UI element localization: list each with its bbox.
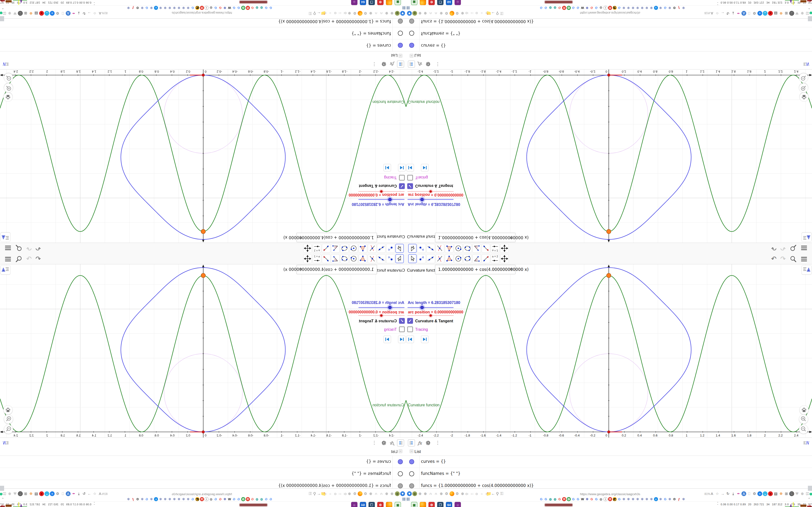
flower-favicon[interactable]: ✾	[631, 6, 635, 10]
flower-favicon[interactable]: ✾	[163, 6, 167, 10]
tool-perpendicular-line[interactable]	[368, 244, 376, 253]
leaf-favicon[interactable]: ✿	[567, 497, 571, 501]
step-back-button[interactable]	[398, 164, 406, 171]
google-favicon[interactable]: G	[663, 497, 667, 501]
bookmarks-overflow-chevron[interactable]: ⌃	[808, 497, 811, 501]
flower-favicon[interactable]: ✾	[140, 497, 144, 501]
algebra-fx-button[interactable]: ƒx	[416, 439, 423, 446]
flower-favicon[interactable]: ✾	[631, 497, 635, 501]
proxy-arc-icon[interactable]: ∩	[428, 491, 433, 496]
globe-puzzle-icon[interactable]: ☸	[29, 11, 33, 16]
firefox-icon[interactable]	[450, 491, 454, 496]
forward-icon[interactable]: →	[87, 491, 92, 496]
algebra-row-funcs[interactable]: funcs = {1.000000000000 + cos(4.00000000…	[0, 18, 406, 27]
gear-favicon[interactable]: ⚙	[136, 497, 140, 501]
download-icon[interactable]: ⤓	[77, 491, 81, 496]
home-button[interactable]	[3, 405, 12, 414]
graphics-view[interactable]: -2.4-2.2-2-1.8-1.6-1.4-1.2-1-0.8-0.6-0.4…	[406, 264, 812, 438]
back-icon[interactable]: ←	[491, 491, 495, 496]
google-favicon[interactable]: G	[218, 6, 222, 10]
google-favicon[interactable]: G	[571, 497, 575, 501]
mouse-icon[interactable]: ⎕	[60, 11, 65, 16]
swirl-favicon[interactable]: ◍	[260, 497, 264, 501]
lock-icon[interactable]: ⚿	[500, 11, 503, 16]
info-favicon[interactable]: i	[603, 497, 608, 501]
flower-favicon[interactable]: ✾	[186, 6, 190, 10]
bookmarks-overflow-chevron[interactable]: ⌃	[808, 6, 811, 10]
folder-icon[interactable]: 📁	[321, 11, 326, 16]
flower-favicon[interactable]: ✾	[636, 497, 640, 501]
gear-icon[interactable]: ⚙	[55, 11, 60, 16]
translate-blue-icon[interactable]: A	[66, 11, 70, 16]
proxy-arc-icon[interactable]: ∩	[434, 11, 439, 16]
tool-polygon[interactable]	[359, 244, 367, 253]
algebra-row-curves[interactable]: curves = {}	[406, 39, 812, 51]
globe-puzzle-icon[interactable]: ☸	[29, 491, 33, 496]
flower-favicon[interactable]: ✾	[223, 6, 227, 10]
tool-circle-with-center[interactable]	[454, 254, 463, 263]
arc-length-slider[interactable]	[407, 199, 454, 200]
flower-favicon[interactable]: ✾	[668, 6, 672, 10]
lock-icon[interactable]: ⚿	[500, 491, 503, 496]
collapse-group-button[interactable]: −	[399, 54, 402, 58]
tool-polygon[interactable]	[445, 244, 453, 253]
flower-favicon[interactable]: ✾	[172, 6, 176, 10]
gear-icon[interactable]: ⚙	[352, 491, 357, 496]
flower-favicon[interactable]: ✾	[636, 6, 640, 10]
highlighter-icon[interactable]: ✒	[736, 11, 741, 16]
visibility-marble-aux[interactable]	[409, 483, 414, 489]
swirl-favicon[interactable]: ◍	[553, 6, 557, 10]
proxy-arc-icon[interactable]: ∩	[379, 491, 384, 496]
tool-line[interactable]	[377, 244, 386, 253]
flower-favicon[interactable]: ✾	[585, 497, 589, 501]
flower-favicon[interactable]: ✾	[186, 497, 190, 501]
flower-favicon[interactable]: ✾	[640, 6, 644, 10]
visibility-marble-on[interactable]	[398, 459, 403, 464]
download-icon[interactable]: ⤓	[77, 11, 81, 16]
tool-slider[interactable]: a = 2	[491, 244, 499, 253]
algebra-panel-toggle-button[interactable]	[2, 439, 9, 446]
vpn-shield-icon[interactable]: ⌄	[45, 11, 49, 16]
badge-icon[interactable]: Ⓤ	[789, 491, 794, 496]
firefox-tile[interactable]	[420, 502, 426, 507]
gear-icon[interactable]: ⚙	[752, 11, 757, 16]
tool-angle[interactable]: α	[472, 254, 481, 263]
firefox-icon[interactable]	[450, 11, 454, 16]
tool-polygon[interactable]	[445, 254, 453, 263]
add-icon[interactable]: +	[757, 11, 762, 16]
record-icon[interactable]: ●	[39, 491, 44, 496]
globe-puzzle-icon[interactable]: ☸	[779, 11, 783, 16]
arc-length-slider-knob[interactable]	[388, 198, 392, 201]
gear-favicon[interactable]: ⚙	[672, 497, 676, 501]
flower-favicon[interactable]: ✾	[172, 497, 176, 501]
shield-icon[interactable]: ⚲	[496, 11, 499, 16]
flower-favicon[interactable]: ✾	[168, 497, 172, 501]
map-pin-icon[interactable]: ▼	[407, 491, 412, 496]
graphics-stylebar-button[interactable]	[0, 265, 10, 275]
algebra-tree-view-button[interactable]	[408, 61, 415, 68]
info-favicon[interactable]: i	[204, 6, 209, 10]
record-icon[interactable]: ●	[768, 11, 773, 16]
tool-move[interactable]	[408, 254, 417, 263]
folder-icon[interactable]: 📁	[321, 491, 326, 496]
tool-polygon[interactable]	[359, 254, 367, 263]
globe-icon[interactable]: ⊕	[423, 11, 428, 16]
algebra-row-funcnames[interactable]: funcNames = {" "}	[0, 468, 406, 480]
algebra-fx-button[interactable]: ƒx	[389, 439, 396, 446]
tool-point[interactable]: A	[417, 244, 426, 253]
arc-length-slider[interactable]	[407, 307, 454, 308]
graphics-view[interactable]: -2.4-2.2-2-1.8-1.6-1.4-1.2-1-0.8-0.6-0.4…	[406, 69, 812, 243]
trash-icon[interactable]: ▤	[34, 11, 39, 16]
search-button[interactable]	[789, 255, 797, 263]
curvature-tangent-checkbox[interactable]: ✓	[407, 318, 413, 324]
reload-icon[interactable]: ↻	[82, 11, 87, 16]
flower-favicon[interactable]: ✾	[649, 6, 654, 10]
zoom-in-button[interactable]	[4, 414, 13, 424]
yandex-favicon[interactable]: Я	[608, 6, 612, 10]
f-favicon[interactable]: ƒ	[131, 497, 135, 501]
shield-icon[interactable]: ⛨	[12, 11, 17, 16]
algebra-row-curves[interactable]: curves = {}	[406, 456, 812, 468]
globe-icon[interactable]: ⊕	[439, 11, 444, 16]
step-forward-button[interactable]	[421, 164, 428, 171]
tool-point[interactable]: A	[386, 254, 395, 263]
